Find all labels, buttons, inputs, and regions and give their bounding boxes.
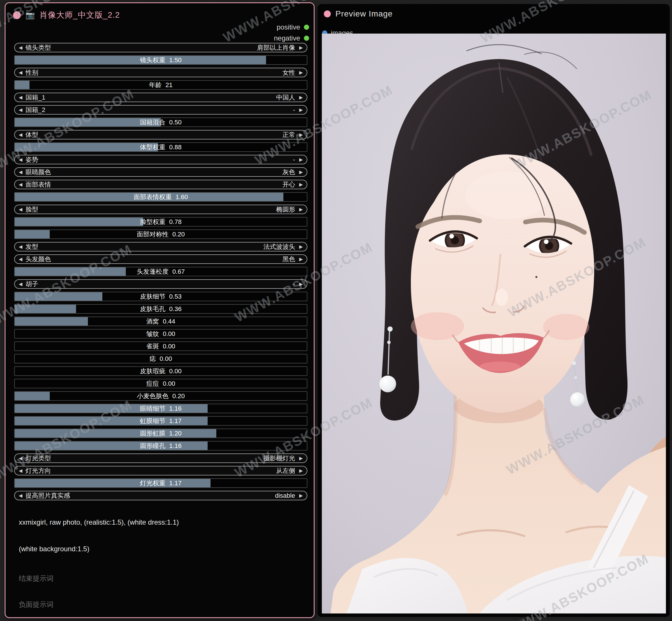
slider-text: 头发蓬松度0.67 bbox=[15, 267, 307, 276]
combo-left-arrow-icon[interactable]: ◀ bbox=[19, 245, 22, 249]
combo-right-arrow-icon[interactable]: ▶ bbox=[299, 207, 303, 212]
combo-left-arrow-icon[interactable]: ◀ bbox=[19, 157, 22, 162]
node-collapse-dot[interactable] bbox=[13, 11, 21, 19]
slider-widget-15[interactable]: 面部对称性0.20 bbox=[14, 230, 307, 239]
combo-right-arrow-icon[interactable]: ▶ bbox=[299, 456, 303, 461]
slider-widget-24[interactable]: 雀斑0.00 bbox=[14, 341, 307, 351]
slider-widget-12[interactable]: 面部表情权重1.60 bbox=[14, 192, 307, 202]
combo-left-arrow-icon[interactable]: ◀ bbox=[19, 456, 22, 461]
output-negative[interactable]: negative bbox=[274, 33, 309, 44]
combo-right-arrow-icon[interactable]: ▶ bbox=[299, 132, 303, 137]
combo-left-arrow-icon[interactable]: ◀ bbox=[19, 493, 22, 498]
node-title-bar[interactable]: 📷 肖像大师_中文版_2.2 bbox=[13, 9, 120, 20]
combo-label: 镜头类型 bbox=[26, 43, 51, 52]
combo-right-arrow-icon[interactable]: ▶ bbox=[299, 70, 303, 75]
combo-left-arrow-icon[interactable]: ◀ bbox=[19, 170, 22, 174]
combo-right-arrow-icon[interactable]: ▶ bbox=[299, 468, 303, 473]
combo-left-arrow-icon[interactable]: ◀ bbox=[19, 45, 22, 50]
slider-widget-20[interactable]: 皮肤细节0.53 bbox=[14, 292, 307, 301]
combo-left-arrow-icon[interactable]: ◀ bbox=[19, 70, 22, 75]
slider-text: 皱纹0.00 bbox=[15, 330, 307, 338]
combo-right-arrow-icon[interactable]: ▶ bbox=[299, 257, 303, 261]
combo-left-arrow-icon[interactable]: ◀ bbox=[19, 207, 22, 212]
combo-left-arrow-icon[interactable]: ◀ bbox=[19, 108, 22, 112]
prompt-text-input[interactable]: xxmixgirl, raw photo, (realistic:1.5), (… bbox=[19, 518, 304, 527]
slider-widget-14[interactable]: 脸型权重0.78 bbox=[14, 217, 307, 226]
combo-right-arrow-icon[interactable]: ▶ bbox=[299, 108, 303, 112]
combo-widget-9[interactable]: ◀姿势-▶ bbox=[14, 155, 307, 164]
combo-left-arrow-icon[interactable]: ◀ bbox=[19, 468, 22, 473]
combo-value: 中国人 bbox=[276, 93, 299, 102]
node-title: Preview Image bbox=[335, 9, 393, 18]
comfyui-canvas: { "left_node": { "icon": "📷", "title": "… bbox=[0, 0, 672, 621]
combo-left-arrow-icon[interactable]: ◀ bbox=[19, 257, 22, 261]
combo-label: 脸型 bbox=[26, 205, 38, 214]
combo-right-arrow-icon[interactable]: ▶ bbox=[299, 182, 303, 187]
slider-widget-27[interactable]: 痘痘0.00 bbox=[14, 379, 307, 388]
slider-widget-3[interactable]: 年龄21 bbox=[14, 80, 307, 90]
combo-widget-5[interactable]: ◀国籍_2-▶ bbox=[14, 105, 307, 115]
slider-widget-35[interactable]: 灯光权重1.17 bbox=[14, 478, 307, 488]
slider-value: 0.00 bbox=[163, 343, 175, 350]
slider-widget-26[interactable]: 皮肤瑕疵0.00 bbox=[14, 366, 307, 376]
combo-widget-16[interactable]: ◀发型法式波波头▶ bbox=[14, 242, 307, 251]
slider-widget-6[interactable]: 国籍混合0.50 bbox=[14, 118, 307, 127]
combo-right-arrow-icon[interactable]: ▶ bbox=[299, 245, 303, 249]
slider-text: 皮肤瑕疵0.00 bbox=[15, 367, 307, 375]
preview-image-node[interactable]: Preview Image images bbox=[317, 4, 670, 617]
combo-widget-13[interactable]: ◀脸型椭圆形▶ bbox=[14, 205, 307, 214]
combo-widget-19[interactable]: ◀胡子-▶ bbox=[14, 279, 307, 289]
portrait-master-node[interactable]: 📷 肖像大师_中文版_2.2 positive negative ◀镜头类型肩部… bbox=[5, 2, 315, 618]
combo-right-arrow-icon[interactable]: ▶ bbox=[299, 493, 303, 498]
slider-value: 0.44 bbox=[163, 318, 175, 325]
slider-label: 年龄 bbox=[149, 81, 162, 89]
combo-widget-0[interactable]: ◀镜头类型肩部以上肖像▶ bbox=[14, 43, 307, 52]
output-positive[interactable]: positive bbox=[274, 22, 309, 33]
output-slot-icon[interactable] bbox=[304, 25, 309, 30]
combo-right-arrow-icon[interactable]: ▶ bbox=[299, 170, 303, 174]
slider-widget-22[interactable]: 酒窝0.44 bbox=[14, 317, 307, 326]
slider-widget-8[interactable]: 体型权重0.88 bbox=[14, 142, 307, 152]
slider-label: 皮肤毛孔 bbox=[140, 305, 166, 314]
node-collapse-dot[interactable] bbox=[324, 10, 331, 17]
combo-left-arrow-icon[interactable]: ◀ bbox=[19, 95, 22, 100]
slider-widget-32[interactable]: 圆形瞳孔1.16 bbox=[14, 441, 307, 451]
slider-label: 面部对称性 bbox=[137, 230, 169, 239]
combo-left-arrow-icon[interactable]: ◀ bbox=[19, 182, 22, 187]
combo-widget-10[interactable]: ◀眼睛颜色灰色▶ bbox=[14, 167, 307, 177]
node-title-bar[interactable]: Preview Image bbox=[324, 9, 393, 18]
prompt-text-input-2[interactable]: (white background:1.5) bbox=[19, 544, 304, 553]
combo-left-arrow-icon[interactable]: ◀ bbox=[19, 132, 22, 137]
slider-widget-1[interactable]: 镜头权重1.50 bbox=[14, 55, 307, 65]
slider-text: 皮肤细节0.53 bbox=[15, 292, 307, 301]
slider-widget-21[interactable]: 皮肤毛孔0.36 bbox=[14, 304, 307, 314]
combo-widget-11[interactable]: ◀面部表情开心▶ bbox=[14, 180, 307, 189]
negative-prompt-placeholder[interactable]: 负面提示词 bbox=[19, 600, 304, 609]
combo-widget-4[interactable]: ◀国籍_1中国人▶ bbox=[14, 93, 307, 102]
combo-right-arrow-icon[interactable]: ▶ bbox=[299, 157, 303, 162]
slider-label: 皮肤细节 bbox=[140, 292, 166, 301]
combo-right-arrow-icon[interactable]: ▶ bbox=[299, 45, 303, 50]
combo-label: 头发颜色 bbox=[26, 255, 51, 263]
slider-widget-30[interactable]: 虹膜细节1.17 bbox=[14, 416, 307, 426]
combo-widget-17[interactable]: ◀头发颜色黑色▶ bbox=[14, 254, 307, 264]
combo-label: 国籍_2 bbox=[26, 106, 45, 114]
combo-widget-33[interactable]: ◀灯光类型摄影棚灯光▶ bbox=[14, 453, 307, 463]
slider-widget-31[interactable]: 圆形虹膜1.20 bbox=[14, 428, 307, 438]
combo-right-arrow-icon[interactable]: ▶ bbox=[299, 95, 303, 100]
slider-widget-23[interactable]: 皱纹0.00 bbox=[14, 329, 307, 339]
slider-widget-28[interactable]: 小麦色肤色0.20 bbox=[14, 391, 307, 401]
combo-value: 从左侧 bbox=[276, 466, 299, 475]
slider-label: 小麦色肤色 bbox=[137, 392, 169, 401]
combo-widget-36[interactable]: ◀提高照片真实感disable▶ bbox=[14, 491, 307, 500]
combo-right-arrow-icon[interactable]: ▶ bbox=[299, 282, 303, 287]
slider-widget-29[interactable]: 眼睛细节1.16 bbox=[14, 404, 307, 413]
combo-widget-2[interactable]: ◀性别女性▶ bbox=[14, 68, 307, 77]
slider-widget-18[interactable]: 头发蓬松度0.67 bbox=[14, 267, 307, 276]
end-prompt-placeholder[interactable]: 结束提示词 bbox=[19, 574, 304, 583]
combo-widget-7[interactable]: ◀体型正常▶ bbox=[14, 130, 307, 139]
output-slot-icon[interactable] bbox=[304, 36, 309, 41]
slider-widget-25[interactable]: 痣0.00 bbox=[14, 354, 307, 364]
combo-widget-34[interactable]: ◀灯光方向从左侧▶ bbox=[14, 466, 307, 475]
combo-left-arrow-icon[interactable]: ◀ bbox=[19, 282, 22, 287]
